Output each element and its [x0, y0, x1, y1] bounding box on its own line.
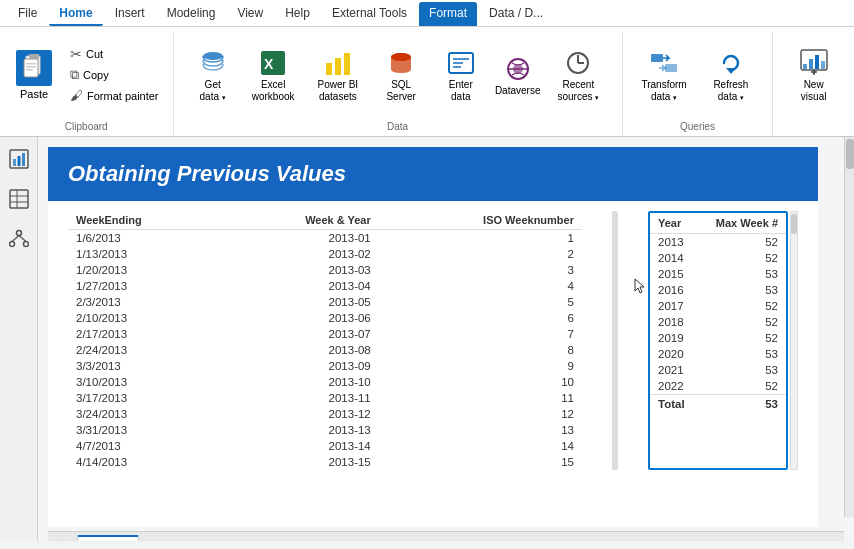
menu-modeling[interactable]: Modeling	[157, 2, 226, 26]
table-cell: 2013-13	[224, 422, 379, 438]
table-cell: 53	[698, 346, 786, 362]
table-cell: 2013-06	[224, 310, 379, 326]
sidebar-model-icon[interactable]	[5, 225, 33, 253]
table-cell: 1	[379, 230, 582, 247]
title-banner: Obtaining Previous Values	[48, 147, 818, 201]
power-bi-datasets-button[interactable]: Power BI datasets	[307, 43, 370, 107]
svg-marker-26	[726, 68, 736, 74]
dataverse-button[interactable]: Dataverse	[490, 49, 545, 101]
dataverse-label: Dataverse	[495, 85, 541, 97]
svg-point-42	[16, 231, 21, 236]
table-cell: 14	[379, 438, 582, 454]
col-weekending: WeekEnding	[68, 211, 224, 230]
table-cell: 2/24/2013	[68, 342, 224, 358]
table-cell: 2021	[650, 362, 698, 378]
svg-rect-25	[665, 64, 677, 72]
table-divider[interactable]	[612, 211, 618, 470]
sidebar-table-icon[interactable]	[5, 185, 33, 213]
table-cell: 2017	[650, 298, 698, 314]
total-value: 53	[698, 395, 786, 414]
table-cell: 2013-03	[224, 262, 379, 278]
table-cell: 52	[698, 314, 786, 330]
table-cell: 11	[379, 390, 582, 406]
menu-file[interactable]: File	[8, 2, 47, 26]
transform-data-label: Transform data ▾	[641, 79, 688, 103]
refresh-icon	[715, 47, 747, 79]
excel-workbook-label: Excel workbook	[250, 79, 297, 103]
table-cell: 2013-01	[224, 230, 379, 247]
recent-sources-button[interactable]: Recent sources ▾	[547, 43, 610, 107]
table-cell: 3/10/2013	[68, 374, 224, 390]
menu-view[interactable]: View	[227, 2, 273, 26]
cut-label: Cut	[86, 48, 103, 60]
cut-button[interactable]: ✂ Cut	[64, 44, 165, 64]
table-cell: 4/7/2013	[68, 438, 224, 454]
get-data-button[interactable]: Get data ▾	[186, 43, 240, 107]
menu-external-tools[interactable]: External Tools	[322, 2, 417, 26]
tab-strip: + Page 1	[48, 531, 844, 541]
menu-home[interactable]: Home	[49, 2, 102, 26]
svg-rect-4	[26, 66, 36, 68]
power-bi-icon	[322, 47, 354, 79]
table-row: 4/14/20132013-1515	[68, 454, 582, 470]
table-row: 1/6/20132013-011	[68, 230, 582, 247]
table-cell: 53	[698, 266, 786, 282]
excel-workbook-button[interactable]: X Excel workbook	[242, 43, 305, 107]
format-painter-label: Format painter	[87, 90, 159, 102]
transform-data-button[interactable]: Transform data ▾	[633, 43, 696, 107]
paste-button[interactable]: Paste	[8, 46, 60, 104]
svg-rect-24	[651, 54, 663, 62]
table-cell: 4/14/2013	[68, 454, 224, 470]
menu-help[interactable]: Help	[275, 2, 320, 26]
col-weekyear: Week & Year	[224, 211, 379, 230]
table-row: 1/13/20132013-022	[68, 246, 582, 262]
svg-rect-37	[22, 153, 25, 166]
copy-button[interactable]: ⧉ Copy	[64, 65, 165, 85]
svg-point-43	[9, 242, 14, 247]
sql-server-button[interactable]: SQL Server	[371, 43, 431, 107]
enter-data-button[interactable]: Enter data	[433, 43, 488, 107]
canvas: Obtaining Previous Values WeekEnding Wee…	[38, 137, 854, 541]
right-table-scrollbar[interactable]	[790, 211, 798, 470]
menu-data-d[interactable]: Data / D...	[479, 2, 553, 26]
table-cell: 2	[379, 246, 582, 262]
table-row: 2/10/20132013-066	[68, 310, 582, 326]
table-cell: 12	[379, 406, 582, 422]
table-cell: 2013	[650, 234, 698, 251]
menu-insert[interactable]: Insert	[105, 2, 155, 26]
content-area: WeekEnding Week & Year ISO Weeknumber 1/…	[48, 201, 818, 480]
new-visual-button[interactable]: New visual	[783, 43, 844, 107]
table-cell: 2013-11	[224, 390, 379, 406]
table-cell: 10	[379, 374, 582, 390]
sidebar-report-icon[interactable]	[5, 145, 33, 173]
table-cell: 52	[698, 330, 786, 346]
svg-point-13	[391, 53, 411, 61]
menu-format[interactable]: Format	[419, 2, 477, 26]
table-cell: 3/24/2013	[68, 406, 224, 422]
svg-rect-3	[26, 63, 36, 65]
table-cell: 2018	[650, 314, 698, 330]
svg-rect-31	[821, 61, 825, 69]
table-row: 201852	[650, 314, 786, 330]
left-data-table: WeekEnding Week & Year ISO Weeknumber 1/…	[68, 211, 582, 470]
table-cell: 2013-04	[224, 278, 379, 294]
svg-rect-28	[803, 64, 807, 69]
right-col-maxweek: Max Week #	[698, 213, 786, 234]
svg-rect-11	[344, 53, 350, 75]
refresh-data-button[interactable]: Refresh data ▾	[700, 43, 763, 107]
paste-icon	[16, 50, 52, 86]
format-painter-button[interactable]: 🖌 Format painter	[64, 86, 165, 105]
ribbon-group-new-visual: New visual	[773, 31, 854, 136]
table-cell: 2022	[650, 378, 698, 395]
table-row: 202252	[650, 378, 786, 395]
add-page-button[interactable]: +	[58, 536, 67, 542]
paste-label: Paste	[20, 88, 48, 100]
power-bi-datasets-label: Power BI datasets	[315, 79, 362, 103]
page-tab-1[interactable]: Page 1	[77, 535, 138, 542]
table-row: 2/24/20132013-088	[68, 342, 582, 358]
table-row: 201452	[650, 250, 786, 266]
total-row: Total 53	[650, 395, 786, 414]
svg-rect-29	[809, 59, 813, 69]
clipboard-small-buttons: ✂ Cut ⧉ Copy 🖌 Format painter	[64, 44, 165, 105]
table-row: 1/27/20132013-044	[68, 278, 582, 294]
